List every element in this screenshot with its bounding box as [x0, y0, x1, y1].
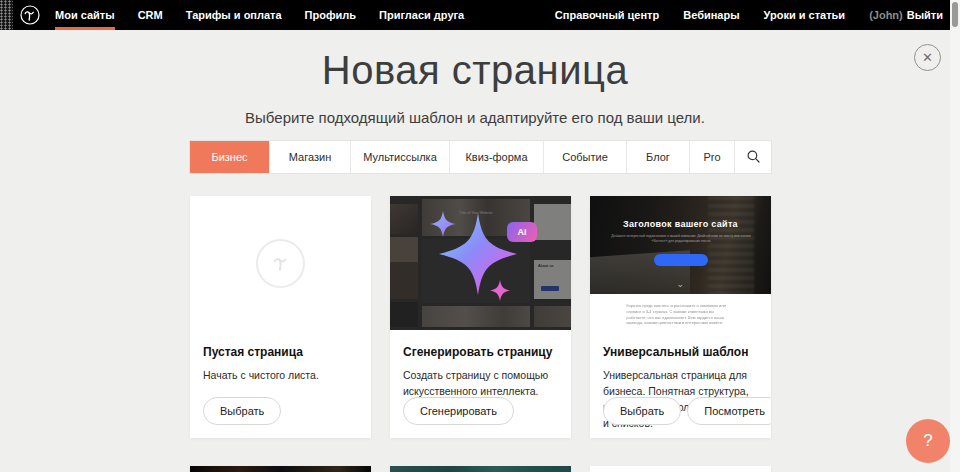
question-mark-icon: ?	[923, 431, 932, 451]
blank-page-preview	[190, 196, 371, 330]
tab-quiz-form[interactable]: Квиз-форма	[449, 141, 543, 173]
close-button[interactable]: ✕	[914, 44, 941, 71]
tab-search-button[interactable]	[734, 141, 771, 173]
card-title: Сгенерировать страницу	[403, 345, 558, 359]
scrollbar-thumb[interactable]	[952, 2, 958, 27]
template-cta-button-shape	[654, 254, 708, 266]
view-template-button[interactable]: Посмотреть	[687, 397, 771, 425]
nav-tariffs[interactable]: Тарифы и оплата	[186, 0, 282, 30]
tab-event[interactable]: Событие	[543, 141, 626, 173]
card-row2-2[interactable]	[390, 466, 571, 472]
card-universal-template: Заголовок вашего сайта Добавьте интересн…	[590, 196, 771, 438]
tab-business[interactable]: Бизнес	[190, 141, 269, 173]
close-icon: ✕	[922, 50, 933, 65]
card-actions: Сгенерировать	[403, 397, 514, 425]
card-ai-generate: Title of Your Website About us	[390, 196, 571, 438]
tab-shop[interactable]: Магазин	[269, 141, 350, 173]
template-preview-dark	[190, 466, 371, 472]
card-actions: Выбрать	[203, 397, 281, 425]
nav-my-sites[interactable]: Мои сайты	[55, 0, 115, 30]
tilda-logo-icon[interactable]	[20, 5, 40, 25]
card-title: Пустая страница	[203, 345, 358, 359]
secondary-navigation: Справочный центр Вебинары Уроки и статьи…	[555, 0, 943, 30]
user-name-label: (John)	[869, 9, 903, 21]
tab-blog[interactable]: Блог	[626, 141, 689, 173]
card-description: Создать страницу с помощью искусственног…	[403, 367, 558, 399]
user-session: (John) Выйти	[869, 9, 943, 21]
template-preview-teal	[390, 466, 571, 472]
card-description: Начать с чистого листа.	[203, 367, 358, 383]
ai-sparkle-icon	[390, 196, 571, 330]
nav-webinars[interactable]: Вебинары	[683, 0, 739, 30]
choose-template-button[interactable]: Выбрать	[603, 397, 681, 425]
nav-help-center[interactable]: Справочный центр	[555, 0, 659, 30]
logout-link[interactable]: Выйти	[907, 9, 943, 21]
help-button[interactable]: ?	[906, 419, 950, 463]
ai-badge: AI	[507, 222, 537, 242]
ai-preview: Title of Your Website About us	[390, 196, 571, 330]
page-subtitle: Выберите подходящий шаблон и адаптируйте…	[0, 109, 950, 126]
card-row2-1[interactable]	[190, 466, 371, 472]
nav-invite-friend[interactable]: Пригласи друга	[379, 0, 464, 30]
primary-navigation: Мои сайты CRM Тарифы и оплата Профиль Пр…	[55, 0, 464, 30]
nav-lessons[interactable]: Уроки и статьи	[764, 0, 846, 30]
chevron-down-icon: ⌄	[677, 280, 685, 288]
top-header-bar: Мои сайты CRM Тарифы и оплата Профиль Пр…	[0, 0, 960, 30]
edge-texture-decoration	[0, 0, 13, 30]
card-title: Универсальный шаблон	[603, 345, 758, 359]
card-blank-page: Пустая страница Начать с чистого листа. …	[190, 196, 371, 438]
card-actions: Выбрать Посмотреть	[603, 397, 771, 425]
template-preview-white	[590, 466, 771, 472]
tab-multilink[interactable]: Мультиссылка	[350, 141, 449, 173]
card-row2-3[interactable]	[590, 466, 771, 472]
template-hero-subtext: Добавьте интересный подзаголовок о вашей…	[609, 234, 752, 243]
card-body: Пустая страница Начать с чистого листа.	[190, 330, 371, 383]
tilda-watermark-icon	[256, 239, 305, 288]
nav-profile[interactable]: Профиль	[305, 0, 356, 30]
search-icon	[747, 150, 760, 165]
tab-pro[interactable]: Pro	[689, 141, 734, 173]
template-body-text: Коротко представьтесь и расскажите о ком…	[626, 303, 735, 329]
page-title: Новая страница	[0, 48, 950, 93]
universal-template-preview: Заголовок вашего сайта Добавьте интересн…	[590, 196, 771, 330]
template-hero-image: Заголовок вашего сайта Добавьте интересн…	[590, 196, 771, 294]
generate-button[interactable]: Сгенерировать	[403, 397, 514, 425]
choose-blank-button[interactable]: Выбрать	[203, 397, 281, 425]
nav-crm[interactable]: CRM	[138, 0, 163, 30]
template-cards-grid: Пустая страница Начать с чистого листа. …	[190, 196, 771, 472]
template-category-tabs: Бизнес Магазин Мультиссылка Квиз-форма С…	[190, 141, 771, 173]
template-hero-heading: Заголовок вашего сайта	[590, 219, 771, 229]
page-scrollbar[interactable]	[950, 0, 960, 472]
card-body: Сгенерировать страницу Создать страницу …	[390, 330, 571, 399]
